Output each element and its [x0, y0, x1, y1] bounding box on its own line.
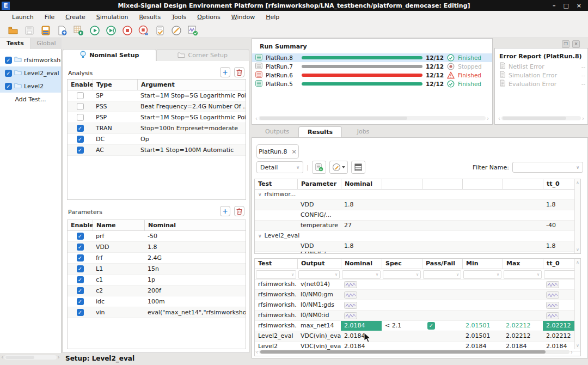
- table-row[interactable]: ✓idc100m: [68, 296, 246, 307]
- test-checkbox[interactable]: ✓: [5, 70, 12, 77]
- waveform-thumbnail-icon[interactable]: [341, 311, 382, 320]
- tab-global[interactable]: Global: [31, 38, 62, 49]
- test-item-rfsimworksho[interactable]: ✓rfsimworksho: [0, 53, 61, 66]
- enable-checkbox[interactable]: ✓: [77, 125, 84, 132]
- hierarchy-editor-icon[interactable]: [40, 25, 51, 36]
- scroll-right-icon[interactable]: ›: [582, 115, 584, 121]
- tab-results[interactable]: Results: [298, 126, 342, 137]
- table-row[interactable]: rfsimworksh...I0/NM1:gds: [255, 300, 580, 311]
- tests-horizontal-scrollbar[interactable]: ‹ ›: [1, 354, 60, 360]
- abort-icon[interactable]: [138, 25, 149, 36]
- run-result-tab[interactable]: PlatRun.8 ×: [256, 144, 299, 159]
- table-row[interactable]: VDD1.81.8: [255, 241, 580, 252]
- analysis-add-button[interactable]: +: [220, 67, 230, 77]
- vertical-scrollbar[interactable]: ∧∨: [574, 259, 580, 349]
- enable-checkbox[interactable]: ✓: [77, 147, 84, 154]
- waveform-thumbnail-icon[interactable]: [341, 290, 382, 300]
- table-row[interactable]: VDD1.81.8: [255, 200, 580, 210]
- table-row[interactable]: ✓DCOp: [68, 134, 246, 145]
- group-row-level2-eval[interactable]: ∨Level2_eval: [255, 231, 580, 241]
- group-row-rfsimwor---[interactable]: ∨rfsimwor...: [255, 190, 580, 200]
- table-row[interactable]: ✓L115n: [68, 264, 246, 275]
- scroll-thumb[interactable]: [260, 350, 546, 354]
- enable-checkbox[interactable]: [77, 103, 84, 110]
- edit-outputs-button[interactable]: [329, 161, 348, 174]
- table-row[interactable]: CONFIG/...: [255, 252, 580, 254]
- netlist-run-icon[interactable]: [72, 25, 84, 36]
- table-row[interactable]: rfsimworksh...v(net014): [255, 279, 580, 290]
- filter-name-dropdown[interactable]: ∨: [512, 162, 583, 173]
- test-checkbox[interactable]: ✓: [5, 57, 12, 64]
- table-horizontal-scrollbar[interactable]: ‹›: [256, 349, 573, 355]
- close-panel-icon[interactable]: ×: [572, 40, 580, 48]
- new-cellview-icon[interactable]: [56, 25, 68, 36]
- table-row[interactable]: ✓vineval("max_net14","rfsimworkshop_LNA_…: [68, 307, 246, 318]
- scroll-track[interactable]: [259, 350, 569, 354]
- menu-options[interactable]: Options: [192, 12, 225, 22]
- enable-checkbox[interactable]: ✓: [77, 254, 84, 261]
- column-filter-dropdown[interactable]: ∨: [342, 270, 381, 279]
- enable-checkbox[interactable]: ✓: [77, 136, 84, 143]
- scroll-left-icon[interactable]: ‹: [498, 115, 500, 121]
- column-filter-dropdown[interactable]: ∨: [463, 270, 501, 279]
- scroll-left-icon[interactable]: ‹: [255, 115, 258, 121]
- menu-launch[interactable]: Launch: [7, 12, 39, 22]
- scroll-up-icon[interactable]: ∧: [576, 260, 579, 265]
- parameters-add-button[interactable]: +: [220, 206, 230, 216]
- column-filter-dropdown[interactable]: ∨: [298, 270, 340, 279]
- table-row[interactable]: ✓prf-50: [68, 231, 246, 242]
- minimize-button[interactable]: –: [553, 2, 556, 9]
- float-panel-icon[interactable]: ❒: [562, 40, 569, 48]
- close-button[interactable]: ×: [577, 2, 581, 9]
- scroll-left-icon[interactable]: ‹: [256, 349, 258, 355]
- menu-results[interactable]: Results: [133, 12, 166, 22]
- menu-create[interactable]: Create: [60, 12, 91, 22]
- table-row[interactable]: ✓frf2.4G: [68, 253, 246, 264]
- analysis-delete-button[interactable]: [234, 67, 244, 77]
- add-test-button[interactable]: Add Test...: [0, 96, 61, 103]
- scroll-right-icon[interactable]: ›: [58, 354, 60, 361]
- scroll-up-icon[interactable]: ∧: [576, 180, 579, 185]
- table-row[interactable]: temperature27-40: [255, 221, 580, 231]
- menu-window[interactable]: Window: [226, 12, 260, 22]
- tab-tests[interactable]: Tests: [0, 38, 31, 49]
- table-view-button[interactable]: [351, 161, 365, 174]
- waveform-thumbnail-icon[interactable]: [341, 300, 382, 310]
- enable-checkbox[interactable]: ✓: [77, 233, 84, 240]
- column-filter-dropdown[interactable]: ∨: [504, 270, 542, 279]
- test-item-level2[interactable]: ✓Level2: [0, 80, 61, 93]
- plot-icon[interactable]: [187, 25, 198, 36]
- column-filter-dropdown[interactable]: ∨: [256, 270, 296, 279]
- waveform-thumbnail-icon[interactable]: [341, 279, 382, 289]
- scroll-down-icon[interactable]: ∨: [576, 343, 579, 348]
- pass-checkbox[interactable]: ✓: [427, 322, 435, 330]
- enable-checkbox[interactable]: ✓: [77, 265, 84, 272]
- table-row[interactable]: ✓c2200f: [68, 285, 246, 296]
- check-setup-icon[interactable]: [154, 25, 166, 36]
- open-folder-icon[interactable]: [7, 25, 19, 36]
- test-item-level2_eval[interactable]: ✓Level2_eval: [0, 66, 61, 80]
- save-icon[interactable]: [23, 25, 35, 36]
- chevron-down-icon[interactable]: ∨: [258, 231, 262, 241]
- column-filter-dropdown[interactable]: ∨: [423, 270, 461, 279]
- menu-tools[interactable]: Tools: [166, 12, 192, 22]
- enable-checkbox[interactable]: ✓: [77, 298, 84, 305]
- table-row[interactable]: rfsimworksh...max_net142.0184< 2.1✓2.015…: [255, 321, 580, 331]
- parameters-delete-button[interactable]: [234, 206, 244, 216]
- enable-checkbox[interactable]: [77, 114, 84, 121]
- stop-icon[interactable]: [121, 25, 133, 36]
- tab-corner-setup[interactable]: Corner Setup: [156, 49, 250, 61]
- run-summary-horizontal-scrollbar[interactable]: ‹ ›: [255, 115, 489, 121]
- test-checkbox[interactable]: ✓: [5, 83, 12, 90]
- enable-checkbox[interactable]: [77, 92, 84, 99]
- run-row-platrun.8[interactable]: PlatRun.812/12Finished: [252, 53, 492, 62]
- menu-file[interactable]: File: [39, 12, 60, 22]
- table-row[interactable]: ✓VDD1.8: [68, 242, 246, 253]
- column-filter-dropdown[interactable]: ∨: [383, 270, 421, 279]
- scroll-down-icon[interactable]: ∨: [576, 247, 579, 252]
- table-row[interactable]: rfsimworksh...I0/NM0:id: [255, 311, 580, 321]
- vertical-scrollbar[interactable]: ∧∨: [574, 179, 580, 253]
- annotate-off-icon[interactable]: [170, 25, 182, 36]
- table-row[interactable]: PSPStart=1M Stop=5G Logarithmic Points P…: [68, 112, 246, 123]
- tab-nominal-setup[interactable]: Nominal Setup: [63, 49, 156, 61]
